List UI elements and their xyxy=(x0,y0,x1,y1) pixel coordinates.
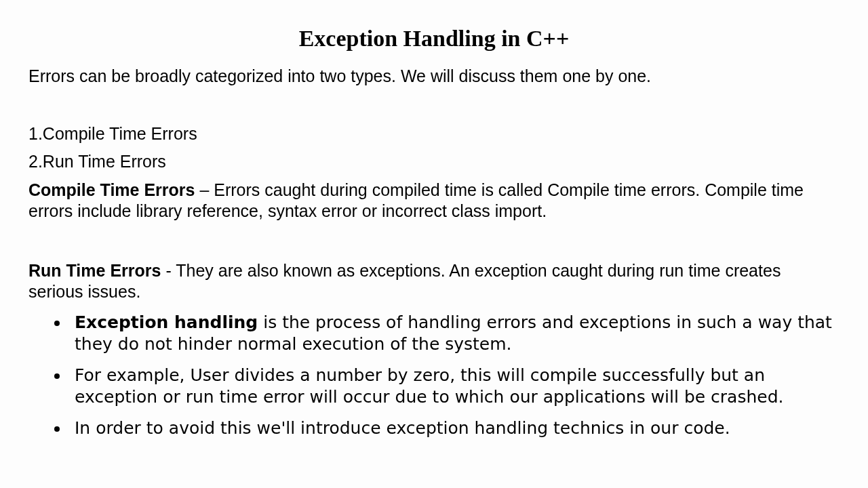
page-title: Exception Handling in C++ xyxy=(28,26,840,52)
numbered-item-1: 1.Compile Time Errors xyxy=(28,124,840,144)
compile-time-label: Compile Time Errors xyxy=(28,180,195,199)
exception-handling-bold: Exception handling xyxy=(75,312,258,332)
compile-time-paragraph: Compile Time Errors – Errors caught duri… xyxy=(28,180,840,222)
run-time-paragraph: Run Time Errors - They are also known as… xyxy=(28,260,840,303)
intro-paragraph: Errors can be broadly categorized into t… xyxy=(28,66,840,86)
run-time-label: Run Time Errors xyxy=(28,261,161,280)
list-item: For example, User divides a number by ze… xyxy=(69,365,840,408)
bullet-list: Exception handling is the process of han… xyxy=(28,312,840,439)
list-item: Exception handling is the process of han… xyxy=(69,312,840,355)
list-item: In order to avoid this we'll introduce e… xyxy=(69,418,840,439)
numbered-item-2: 2.Run Time Errors xyxy=(28,152,840,171)
